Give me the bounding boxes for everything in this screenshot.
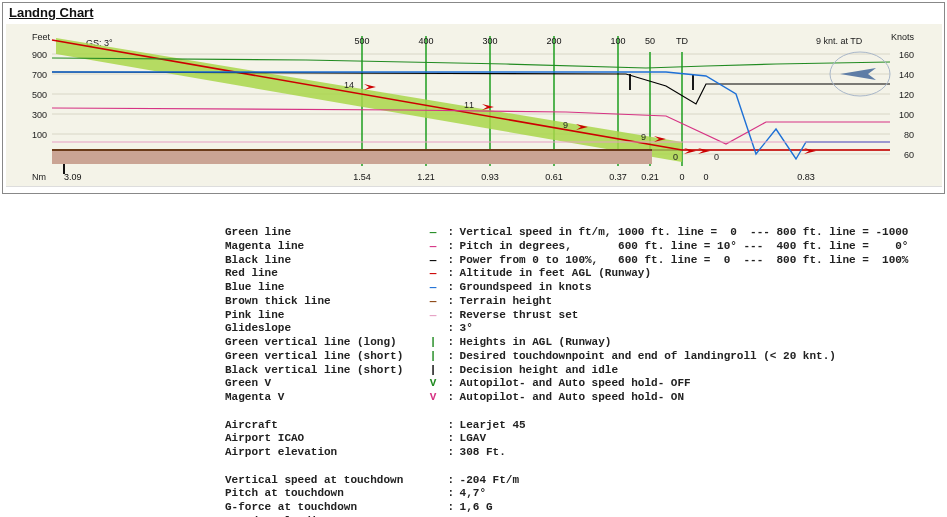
legend-row: Brown thick line— : Terrain height xyxy=(225,295,947,309)
legend-symbol: — xyxy=(425,226,441,240)
legend-label: Vertical speed at touchdown xyxy=(225,474,425,488)
yr-tick: 160 xyxy=(898,50,913,60)
svg-text:14: 14 xyxy=(343,80,353,90)
legend-label: Red line xyxy=(225,267,425,281)
legend-block: Green line— : Vertical speed in ft/m, 10… xyxy=(225,226,947,517)
legend-desc: Terrain height xyxy=(453,295,552,309)
y-right-label: Knots xyxy=(890,32,914,42)
legend-desc: Learjet 45 xyxy=(453,419,526,433)
yl-tick: 100 xyxy=(32,130,47,140)
legend-symbol xyxy=(425,501,441,515)
svg-text:TD: TD xyxy=(676,36,688,46)
legend-label: Green line xyxy=(225,226,425,240)
legend-desc: Decision height and idle xyxy=(453,364,618,378)
svg-text:0: 0 xyxy=(714,152,719,162)
legend-row: Airport ICAO : LGAV xyxy=(225,432,947,446)
legend-row: Magenta VV : Autopilot- and Auto speed h… xyxy=(225,391,947,405)
legend-row: Green line— : Vertical speed in ft/m, 10… xyxy=(225,226,947,240)
legend-label: Black line xyxy=(225,254,425,268)
legend-colon: : xyxy=(441,474,453,488)
legend-label: Green V xyxy=(225,377,425,391)
yl-tick: 900 xyxy=(32,50,47,60)
legend-symbol: | xyxy=(425,350,441,364)
legend-row: Vertical speed at touchdown : -204 Ft/m xyxy=(225,474,947,488)
legend-colon: : xyxy=(441,391,453,405)
legend-label: Pink line xyxy=(225,309,425,323)
x-tick: 0 xyxy=(679,172,684,182)
legend-row: Blue line— : Groundspeed in knots xyxy=(225,281,947,295)
legend-row: Pink line— : Reverse thrust set xyxy=(225,309,947,323)
svg-text:50: 50 xyxy=(644,36,654,46)
legend-symbol xyxy=(425,419,441,433)
legend-symbol: V xyxy=(425,377,441,391)
legend-row: G-force at touchdown : 1,6 G xyxy=(225,501,947,515)
legend-desc: Pitch in degrees, 600 ft. line = 10° ---… xyxy=(453,240,908,254)
legend-desc: Reverse thrust set xyxy=(453,309,578,323)
legend-symbol xyxy=(425,432,441,446)
legend-label: Magenta line xyxy=(225,240,425,254)
legend-colon: : xyxy=(441,322,453,336)
yr-tick: 140 xyxy=(898,70,913,80)
legend-row: Glideslope : 3° xyxy=(225,322,947,336)
legend-label: Glideslope xyxy=(225,322,425,336)
legend-colon: : xyxy=(441,309,453,323)
legend-desc: Groundspeed in knots xyxy=(453,281,592,295)
legend-row: Pitch at touchdown : 4,7° xyxy=(225,487,947,501)
legend-symbol: — xyxy=(425,295,441,309)
td-label: 9 knt. at TD xyxy=(816,36,863,46)
legend-desc: LGAV xyxy=(453,432,486,446)
x-tick: 1.21 xyxy=(417,172,435,182)
x-tick: 0.93 xyxy=(481,172,499,182)
legend-colon: : xyxy=(441,254,453,268)
legend-label: Airport elevation xyxy=(225,446,425,460)
legend-colon: : xyxy=(441,281,453,295)
svg-text:400: 400 xyxy=(418,36,433,46)
x-tick: 1.54 xyxy=(353,172,371,182)
legend-symbol xyxy=(425,446,441,460)
legend-label: Aircraft xyxy=(225,419,425,433)
legend-colon: : xyxy=(441,240,453,254)
legend-desc: Altitude in feet AGL (Runway) xyxy=(453,267,651,281)
x-tick: 0.21 xyxy=(641,172,659,182)
svg-text:500: 500 xyxy=(354,36,369,46)
x-tick: 3.09 xyxy=(64,172,82,182)
legend-row: Black vertical line (short)| : Decision … xyxy=(225,364,947,378)
legend-symbol xyxy=(425,487,441,501)
legend-colon: : xyxy=(441,295,453,309)
legend-colon: : xyxy=(441,377,453,391)
chart-svg: Feet 900 700 500 300 100 Knots 160 140 1… xyxy=(6,24,942,186)
legend-label: Blue line xyxy=(225,281,425,295)
legend-symbol: — xyxy=(425,281,441,295)
yr-tick: 120 xyxy=(898,90,913,100)
legend-desc: Autopilot- and Auto speed hold- ON xyxy=(453,391,684,405)
legend-colon: : xyxy=(441,501,453,515)
legend-row: Magenta line— : Pitch in degrees, 600 ft… xyxy=(225,240,947,254)
x-tick: 0.37 xyxy=(609,172,627,182)
legend-symbol: | xyxy=(425,364,441,378)
legend-symbol: | xyxy=(425,336,441,350)
legend-row: Green vertical line (short)| : Desired t… xyxy=(225,350,947,364)
legend-desc: Heights in AGL (Runway) xyxy=(453,336,611,350)
legend-row: Green vertical line (long)| : Heights in… xyxy=(225,336,947,350)
legend-label: Brown thick line xyxy=(225,295,425,309)
legend-colon: : xyxy=(441,419,453,433)
legend-symbol: — xyxy=(425,254,441,268)
legend-desc: 4,7° xyxy=(453,487,486,501)
legend-colon: : xyxy=(441,226,453,240)
legend-desc: Autopilot- and Auto speed hold- OFF xyxy=(453,377,691,391)
x-tick: 0.61 xyxy=(545,172,563,182)
legend-colon: : xyxy=(441,446,453,460)
legend-label: G-force at touchdown xyxy=(225,501,425,515)
svg-text:300: 300 xyxy=(482,36,497,46)
legend-symbol: V xyxy=(425,391,441,405)
legend-label: Pitch at touchdown xyxy=(225,487,425,501)
legend-desc: 3° xyxy=(453,322,473,336)
yl-tick: 300 xyxy=(32,110,47,120)
legend-desc: 1,6 G xyxy=(453,501,493,515)
svg-text:9: 9 xyxy=(640,132,645,142)
landing-chart-panel: Landng Chart Feet 900 700 500 300 100 Kn… xyxy=(2,2,945,194)
legend-row: Airport elevation : 308 Ft. xyxy=(225,446,947,460)
y-left-label: Feet xyxy=(32,32,51,42)
legend-symbol: — xyxy=(425,309,441,323)
legend-desc: 308 Ft. xyxy=(453,446,506,460)
